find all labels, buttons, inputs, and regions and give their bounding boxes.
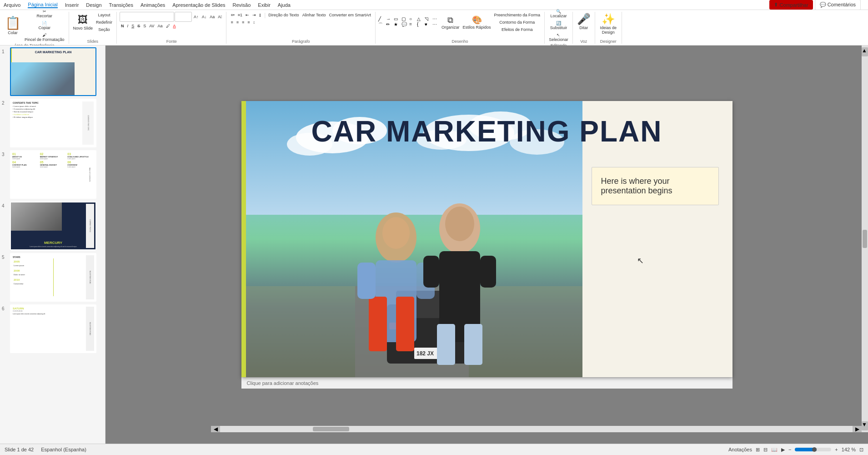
notes-bar[interactable]: Clique para adicionar anotações (241, 377, 733, 389)
zoom-plus-button[interactable]: + (835, 447, 838, 452)
menu-revisao[interactable]: Revisão (233, 2, 251, 8)
menu-exibir[interactable]: Exibir (258, 2, 271, 8)
highlight-button[interactable]: 🖊 (165, 23, 171, 29)
slide-main-title[interactable]: CAR MARKETING PLAN (241, 115, 733, 148)
slide-img-1[interactable]: CAR MARKETING PLAN (10, 47, 96, 96)
slide-canvas[interactable]: CAR MARKETING PLAN (241, 101, 733, 377)
view-presenter-icon[interactable]: ▶ (781, 447, 785, 453)
copy-button[interactable]: 📄 Copiar (23, 20, 66, 31)
vscroll-thumb[interactable] (863, 230, 867, 248)
outline-button[interactable]: Contorno da Forma (493, 19, 542, 25)
dictate-button[interactable]: 🎤 Ditar (576, 12, 592, 31)
comments-button[interactable]: 💬 Comentários (815, 0, 861, 10)
hscroll-right[interactable]: ▶ (853, 426, 862, 432)
decrease-indent-button[interactable]: ⇤ (244, 12, 251, 18)
fit-slide-button[interactable]: ⊡ (859, 447, 863, 453)
slide-thumb-5[interactable]: 5 STARS 2005 Lorem ipsum 2008 Dolor sit … (2, 253, 103, 302)
case-button[interactable]: Aa (208, 14, 216, 20)
align-right-button[interactable]: ≡ (241, 19, 246, 25)
shape-freeform[interactable]: ✏ (386, 22, 393, 28)
slide-img-2[interactable]: CONTENTS THIS TOPIC • Lorem ipsum dolor … (10, 99, 96, 147)
vscroll-down[interactable]: ▼ (862, 421, 868, 430)
zoom-minus-button[interactable]: − (788, 447, 791, 452)
main-text-box[interactable]: Here is where your presentation begins (592, 167, 719, 205)
hscroll-left[interactable]: ◀ (211, 426, 220, 432)
shape-more2[interactable]: ⋯ (432, 22, 440, 28)
organize-button[interactable]: ⧉ Organizar (440, 15, 461, 30)
font-color-button[interactable]: A (172, 23, 177, 29)
line-spacing-button[interactable]: ↕ (252, 19, 257, 25)
view-reading-icon[interactable]: 📖 (771, 447, 778, 453)
paste-button[interactable]: 📋 Colar (3, 15, 23, 36)
slide-thumb-6[interactable]: 6 SATURN OVERVIEW Lorem ipsum dolor sit … (2, 304, 103, 353)
slide-img-3[interactable]: 01ABOUT USLorem ipsum 02MARKET STRATEGYL… (10, 150, 96, 199)
menu-design[interactable]: Design (86, 2, 101, 8)
shrink-font-button[interactable]: A↓ (201, 14, 208, 20)
shape-callout[interactable]: 💬 (401, 22, 409, 28)
effects-button[interactable]: Efeitos de Forma (493, 26, 542, 33)
shape-line[interactable]: ╱ (378, 16, 386, 21)
spacing-button[interactable]: AV (148, 23, 156, 29)
design-ideas-button[interactable]: ✨ Ideias de Design (598, 12, 619, 35)
align-left-button[interactable]: ≡ (229, 19, 234, 25)
underline-button[interactable]: S (130, 23, 135, 29)
zoom-slider[interactable] (795, 448, 831, 451)
shape-round-rect[interactable]: ▢ (401, 16, 409, 21)
select-button[interactable]: ↖ Selecionar (547, 32, 570, 43)
menu-pagina-inicial[interactable]: Página Inicial (28, 2, 57, 8)
clear-format-button[interactable]: A⃝ (216, 14, 223, 20)
slide-thumb-4[interactable]: 4 MERCURY Lorem ipsum dolor sit amet con… (2, 202, 103, 250)
fill-button[interactable]: Preenchimento da Forma (493, 12, 542, 18)
replace-button[interactable]: 🔄 Substituir (547, 20, 570, 31)
increase-indent-button[interactable]: ⇥ (251, 12, 257, 18)
smartart-button[interactable]: Converter em SmartArt (328, 12, 373, 18)
direction-button[interactable]: Direção do Texto (267, 12, 300, 18)
cut-button[interactable]: ✂ Recortar (23, 8, 66, 19)
numbering-button[interactable]: ≡1 (236, 12, 244, 18)
shape-star[interactable]: ★ (394, 22, 401, 28)
font-size2-button[interactable]: Aa (156, 23, 164, 29)
shadow-button[interactable]: S (142, 23, 147, 29)
shape-tri[interactable]: △ (417, 16, 424, 21)
bold-button[interactable]: N (120, 23, 125, 29)
slide-thumb-3[interactable]: 3 01ABOUT USLorem ipsum 02MARKET STRATEG… (2, 150, 103, 199)
shape-curve[interactable]: ⌒ (378, 22, 386, 28)
slide-thumb-1[interactable]: 1 CAR MARKETING PLAN (2, 47, 103, 96)
font-name-input[interactable] (120, 12, 174, 22)
find-button[interactable]: 🔍 Localizar (547, 8, 570, 19)
align-center-button[interactable]: ≡ (235, 19, 240, 25)
italic-button[interactable]: I (126, 23, 130, 29)
strikethrough-button[interactable]: S (136, 23, 141, 29)
grow-font-button[interactable]: A↑ (192, 14, 200, 20)
shape-rect[interactable]: ▭ (394, 16, 401, 21)
menu-arquivo[interactable]: Arquivo (4, 2, 20, 8)
vscroll-up[interactable]: ▲ (862, 47, 868, 56)
shape-oval[interactable]: ○ (409, 16, 416, 21)
menu-ajuda[interactable]: Ajuda (278, 2, 291, 8)
view-sorter-icon[interactable]: ⊟ (763, 447, 768, 453)
menu-inserir[interactable]: Inserir (65, 2, 79, 8)
menu-apresentacao[interactable]: Apresentação de Slides (172, 2, 225, 8)
menu-transicoes[interactable]: Transições (109, 2, 133, 8)
columns-button[interactable]: ⫿ (258, 12, 263, 18)
slide-img-5[interactable]: STARS 2005 Lorem ipsum 2008 Dolor sit am… (10, 253, 96, 302)
share-button[interactable]: ⬆ Compartilhar (769, 0, 813, 10)
align-text-button[interactable]: Alinhar Texto (301, 12, 327, 18)
shape-more[interactable]: ⋯ (432, 16, 440, 21)
slide-img-4[interactable]: MERCURY Lorem ipsum dolor sit amet conse… (10, 202, 96, 250)
shape-rt-tri[interactable]: ◹ (425, 16, 432, 21)
notes-status-label[interactable]: Anotações (728, 447, 752, 452)
new-slide-button[interactable]: 🖼 Novo Slide (72, 13, 95, 31)
font-size-input[interactable] (175, 12, 192, 22)
redefine-button[interactable]: Redefinir (95, 19, 114, 25)
shape-heart[interactable]: ♥ (425, 22, 432, 28)
hscroll-thumb[interactable] (313, 427, 349, 431)
section-button[interactable]: Seção (95, 26, 114, 33)
menu-animacoes[interactable]: Animações (140, 2, 165, 8)
shape-eq[interactable]: = (409, 22, 416, 28)
quick-styles-button[interactable]: 🎨 Estilos Rápidos (462, 14, 492, 30)
slide-img-6[interactable]: SATURN OVERVIEW Lorem ipsum dolor sit am… (10, 304, 96, 353)
slide-thumb-2[interactable]: 2 CONTENTS THIS TOPIC • Lorem ipsum dolo… (2, 99, 103, 147)
justify-button[interactable]: ≡ (246, 19, 251, 25)
bullets-button[interactable]: ≡• (229, 12, 236, 18)
